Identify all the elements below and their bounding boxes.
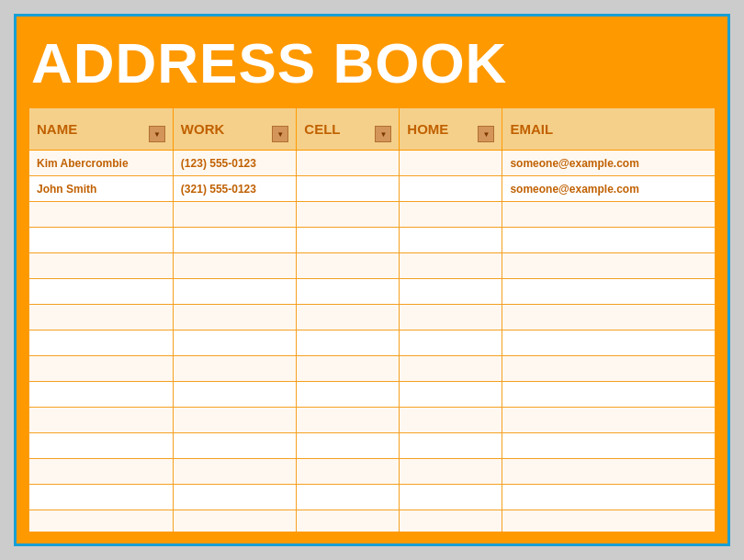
cell-email[interactable] bbox=[502, 485, 716, 510]
table-row[interactable] bbox=[29, 305, 716, 330]
cell-work[interactable] bbox=[173, 356, 296, 382]
table-wrapper: NAME WORK CELL bbox=[28, 106, 716, 532]
cell-cell[interactable] bbox=[297, 382, 400, 408]
address-table: NAME WORK CELL bbox=[28, 107, 716, 532]
table-row[interactable] bbox=[29, 228, 716, 253]
cell-home[interactable] bbox=[400, 433, 502, 459]
cell-work[interactable] bbox=[173, 305, 296, 330]
table-row[interactable] bbox=[29, 202, 716, 228]
cell-home[interactable] bbox=[400, 228, 502, 253]
cell-name[interactable] bbox=[29, 433, 174, 459]
table-row[interactable] bbox=[29, 433, 716, 459]
cell-home[interactable] bbox=[400, 253, 502, 279]
table-row[interactable] bbox=[29, 510, 716, 533]
table-row[interactable]: Kim Abercrombie(123) 555-0123someone@exa… bbox=[29, 151, 716, 176]
table-row[interactable] bbox=[29, 253, 716, 279]
col-header-name: NAME bbox=[29, 108, 174, 151]
cell-work[interactable] bbox=[173, 253, 296, 279]
cell-home[interactable] bbox=[400, 485, 502, 510]
cell-work[interactable] bbox=[173, 485, 296, 510]
cell-dropdown-button[interactable] bbox=[375, 126, 391, 142]
table-row[interactable]: John Smith(321) 555-0123someone@example.… bbox=[29, 176, 716, 202]
cell-cell[interactable] bbox=[297, 510, 400, 533]
cell-email[interactable] bbox=[502, 228, 716, 253]
cell-name[interactable] bbox=[29, 510, 174, 533]
table-header-row: NAME WORK CELL bbox=[29, 108, 716, 151]
cell-name[interactable]: John Smith bbox=[29, 176, 174, 202]
cell-cell[interactable] bbox=[297, 176, 400, 202]
cell-email[interactable] bbox=[502, 202, 716, 228]
cell-name[interactable] bbox=[29, 330, 174, 356]
cell-cell[interactable] bbox=[297, 151, 400, 176]
cell-email[interactable] bbox=[502, 330, 716, 356]
table-row[interactable] bbox=[29, 485, 716, 510]
cell-work[interactable] bbox=[173, 202, 296, 228]
cell-work[interactable]: (123) 555-0123 bbox=[173, 151, 296, 176]
cell-cell[interactable] bbox=[297, 408, 400, 433]
cell-name[interactable] bbox=[29, 485, 174, 510]
app-window: ADDRESS BOOK NAME WORK bbox=[14, 14, 730, 546]
cell-cell[interactable] bbox=[297, 305, 400, 330]
cell-work[interactable] bbox=[173, 330, 296, 356]
table-row[interactable] bbox=[29, 408, 716, 433]
cell-work[interactable] bbox=[173, 459, 296, 485]
cell-cell[interactable] bbox=[297, 356, 400, 382]
cell-cell[interactable] bbox=[297, 253, 400, 279]
table-row[interactable] bbox=[29, 459, 716, 485]
cell-email[interactable] bbox=[502, 408, 716, 433]
cell-cell[interactable] bbox=[297, 330, 400, 356]
cell-email[interactable]: someone@example.com bbox=[502, 151, 716, 176]
cell-email[interactable] bbox=[502, 433, 716, 459]
cell-email[interactable] bbox=[502, 253, 716, 279]
cell-name[interactable] bbox=[29, 228, 174, 253]
work-dropdown-button[interactable] bbox=[272, 126, 288, 142]
cell-cell[interactable] bbox=[297, 459, 400, 485]
cell-cell[interactable] bbox=[297, 279, 400, 305]
cell-home[interactable] bbox=[400, 382, 502, 408]
cell-name[interactable] bbox=[29, 253, 174, 279]
table-row[interactable] bbox=[29, 330, 716, 356]
cell-work[interactable] bbox=[173, 510, 296, 533]
cell-email[interactable] bbox=[502, 279, 716, 305]
cell-home[interactable] bbox=[400, 202, 502, 228]
col-header-home: HOME bbox=[400, 108, 502, 151]
cell-home[interactable] bbox=[400, 330, 502, 356]
name-dropdown-button[interactable] bbox=[149, 126, 165, 142]
cell-name[interactable] bbox=[29, 459, 174, 485]
table-row[interactable] bbox=[29, 356, 716, 382]
cell-home[interactable] bbox=[400, 408, 502, 433]
cell-cell[interactable] bbox=[297, 433, 400, 459]
cell-work[interactable] bbox=[173, 279, 296, 305]
cell-name[interactable] bbox=[29, 408, 174, 433]
cell-work[interactable] bbox=[173, 408, 296, 433]
cell-work[interactable]: (321) 555-0123 bbox=[173, 176, 296, 202]
cell-email[interactable] bbox=[502, 305, 716, 330]
table-row[interactable] bbox=[29, 279, 716, 305]
cell-email[interactable] bbox=[502, 356, 716, 382]
cell-work[interactable] bbox=[173, 433, 296, 459]
cell-home[interactable] bbox=[400, 151, 502, 176]
cell-home[interactable] bbox=[400, 356, 502, 382]
table-row[interactable] bbox=[29, 382, 716, 408]
cell-email[interactable]: someone@example.com bbox=[502, 176, 716, 202]
cell-home[interactable] bbox=[400, 279, 502, 305]
cell-home[interactable] bbox=[400, 305, 502, 330]
cell-cell[interactable] bbox=[297, 228, 400, 253]
cell-email[interactable] bbox=[502, 510, 716, 533]
cell-name[interactable] bbox=[29, 382, 174, 408]
cell-name[interactable] bbox=[29, 356, 174, 382]
cell-email[interactable] bbox=[502, 459, 716, 485]
cell-email[interactable] bbox=[502, 382, 716, 408]
cell-work[interactable] bbox=[173, 382, 296, 408]
cell-home[interactable] bbox=[400, 176, 502, 202]
cell-cell[interactable] bbox=[297, 485, 400, 510]
home-dropdown-button[interactable] bbox=[478, 126, 494, 142]
cell-name[interactable] bbox=[29, 279, 174, 305]
cell-name[interactable] bbox=[29, 202, 174, 228]
cell-name[interactable]: Kim Abercrombie bbox=[29, 151, 174, 176]
cell-home[interactable] bbox=[400, 510, 502, 533]
cell-cell[interactable] bbox=[297, 202, 400, 228]
cell-work[interactable] bbox=[173, 228, 296, 253]
cell-home[interactable] bbox=[400, 459, 502, 485]
cell-name[interactable] bbox=[29, 305, 174, 330]
